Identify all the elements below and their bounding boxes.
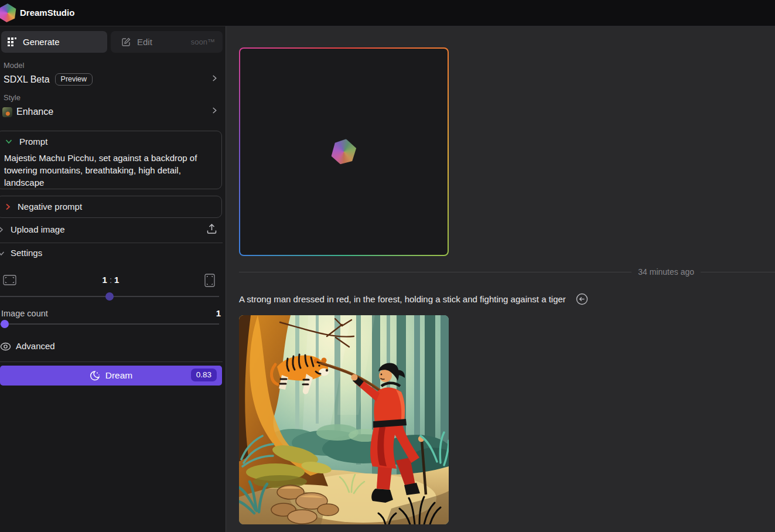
upload-image-label: Upload image (11, 224, 65, 234)
style-row[interactable]: Enhance (16, 107, 53, 117)
prompt-collapse-chevron-icon[interactable] (5, 139, 12, 144)
generated-image[interactable] (239, 315, 449, 524)
dreamstudio-loading-logo-icon (329, 137, 359, 167)
model-chevron-right-icon[interactable] (211, 75, 217, 81)
placeholder-inner (240, 49, 448, 255)
history-timestamp: 34 minutes ago (631, 267, 701, 277)
style-thumbnail-icon (2, 107, 12, 117)
negative-prompt-card[interactable]: Negative prompt (0, 196, 222, 218)
image-count-value: 1 (216, 308, 221, 318)
tab-edit-label: Edit (137, 37, 152, 47)
model-row[interactable]: SDXL BetaPreview (4, 73, 93, 86)
moon-icon (90, 370, 101, 381)
reuse-prompt-icon[interactable] (576, 293, 588, 305)
advanced-row[interactable]: Advanced (0, 340, 222, 353)
tab-edit[interactable]: Edit soon™ (111, 31, 223, 53)
style-value: Enhance (16, 107, 53, 117)
upload-icon[interactable] (206, 223, 217, 234)
image-count-slider-handle[interactable] (1, 320, 9, 328)
negative-prompt-expand-chevron-icon[interactable] (5, 203, 11, 210)
divider (0, 362, 223, 362)
top-bar: DreamStudio (0, 0, 775, 26)
upload-expand-chevron-icon (0, 226, 4, 233)
advanced-label: Advanced (16, 341, 55, 351)
dreamstudio-logo-icon (0, 4, 17, 22)
negative-prompt-title: Negative prompt (18, 202, 82, 212)
image-count-label: Image count (1, 309, 48, 318)
history-divider: 34 minutes ago (239, 268, 775, 276)
aspect-ratio-slider[interactable] (0, 296, 219, 297)
aspect-ratio-value: 1:1 (0, 275, 222, 285)
divider (0, 243, 223, 243)
prompt-card[interactable]: Prompt Majestic Machu Picchu, set agains… (0, 131, 222, 189)
upload-image-row[interactable]: Upload image (0, 223, 222, 242)
portrait-aspect-icon[interactable] (204, 274, 215, 287)
dream-cost-badge: 0.83 (191, 369, 217, 381)
tab-generate-label: Generate (23, 37, 60, 47)
grid-icon (7, 37, 17, 47)
tab-edit-soon-badge: soon™ (191, 37, 215, 46)
prompt-title: Prompt (19, 137, 47, 146)
dream-button[interactable]: Dream 0.83 (0, 366, 222, 386)
generation-prompt-text: A strong man dressed in red, in the fore… (239, 294, 566, 304)
model-value: SDXL Beta (4, 74, 50, 84)
sidebar: Generate Edit soon™ Model SDXL BetaPrevi… (0, 26, 226, 532)
model-label: Model (4, 61, 24, 70)
generating-image-placeholder (239, 47, 449, 256)
settings-row[interactable]: Settings (0, 247, 222, 261)
settings-label: Settings (11, 248, 42, 258)
aspect-ratio-slider-handle[interactable] (105, 292, 114, 301)
model-preview-badge: Preview (55, 73, 93, 86)
image-count-slider[interactable] (0, 323, 219, 325)
eye-icon (0, 342, 11, 351)
generation-row: A strong man dressed in red, in the fore… (239, 293, 588, 305)
edit-pencil-icon (121, 37, 131, 47)
style-chevron-right-icon[interactable] (211, 107, 217, 113)
main-area: 34 minutes ago A strong man dressed in r… (227, 26, 775, 532)
tab-generate[interactable]: Generate (1, 31, 107, 53)
settings-collapse-chevron-icon (0, 251, 5, 256)
dream-button-label: Dream (105, 370, 133, 381)
app-title: DreamStudio (20, 8, 74, 18)
style-label: Style (4, 93, 21, 102)
prompt-text-input[interactable]: Majestic Machu Picchu, set against a bac… (4, 152, 213, 189)
aspect-ratio-row: 1:1 (0, 272, 222, 290)
